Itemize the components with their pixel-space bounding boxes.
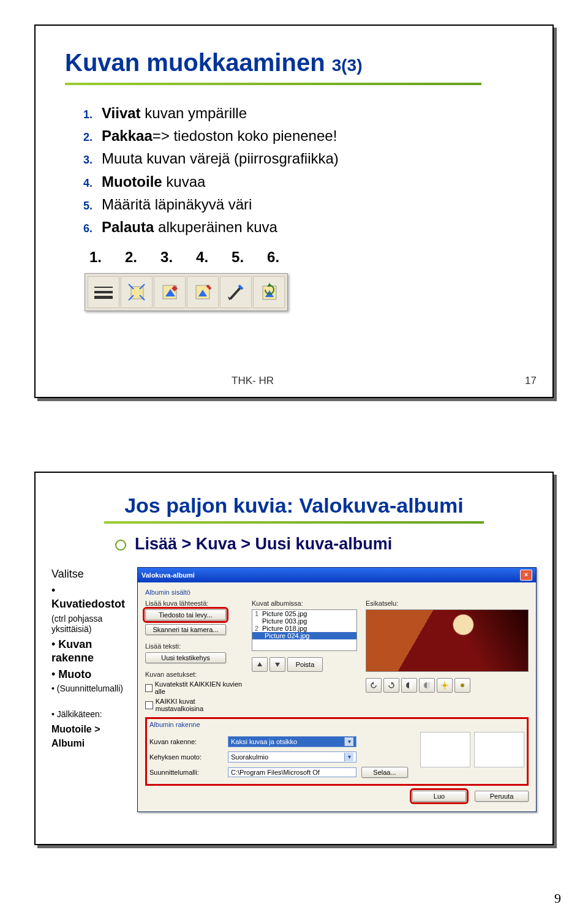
instruction-column: Valitse • Kuvatiedostot (ctrl pohjassa y… bbox=[51, 567, 130, 812]
create-button[interactable]: Luo bbox=[412, 791, 466, 802]
title2-underline bbox=[104, 521, 484, 524]
contrast-down-icon bbox=[423, 682, 431, 689]
num-1: 1. bbox=[89, 249, 102, 266]
step-4: Muotoile kuvaa bbox=[83, 172, 526, 191]
reorder-row: Poista bbox=[252, 657, 357, 672]
step-5-rest: Määritä läpinäkyvä väri bbox=[102, 196, 252, 213]
slide1-title: Kuvan muokkaaminen 3(3) bbox=[65, 49, 526, 77]
step-6-rest: alkuperäinen kuva bbox=[154, 219, 277, 235]
rakenne-bold: rakenne bbox=[51, 652, 94, 664]
num-2: 2. bbox=[125, 249, 137, 266]
browse-button[interactable]: Selaa... bbox=[361, 767, 408, 778]
reset-button[interactable] bbox=[253, 276, 285, 308]
rotate-left-button[interactable] bbox=[366, 678, 382, 693]
layout-thumbnails bbox=[420, 732, 524, 782]
picture-toolbar bbox=[85, 273, 288, 311]
step-4-bold: Muotoile bbox=[102, 173, 162, 190]
label-ctrl-note: (ctrl pohjassa yksittäisiä) bbox=[51, 614, 130, 635]
svg-rect-20 bbox=[427, 682, 430, 688]
label-muoto: • Muoto bbox=[51, 668, 130, 682]
jalki-text: Jälkikäteen: bbox=[57, 709, 102, 719]
line-style-button[interactable] bbox=[88, 276, 119, 308]
chevron-down-icon: ▾ bbox=[344, 753, 353, 761]
title-small: 3(3) bbox=[332, 56, 363, 75]
svg-rect-0 bbox=[94, 287, 113, 288]
brightness-up-icon bbox=[441, 682, 448, 689]
checkbox-captions[interactable]: Kuvatekstit KAIKKIEN kuvien alle bbox=[145, 680, 243, 695]
transparent-color-button[interactable] bbox=[220, 276, 252, 308]
compress-button[interactable] bbox=[121, 276, 153, 308]
step-2-rest: => tiedoston koko pienenee! bbox=[153, 127, 337, 144]
checkbox-icon bbox=[145, 701, 153, 709]
bullet-circle-icon bbox=[115, 540, 126, 551]
rotate-left-icon bbox=[370, 682, 377, 689]
rotate-right-icon bbox=[388, 682, 395, 689]
slide2-title: Jos paljon kuvia: Valokuva-albumi bbox=[48, 494, 540, 518]
lines-icon bbox=[93, 285, 114, 299]
num-3: 3. bbox=[160, 249, 173, 266]
move-down-button[interactable] bbox=[270, 657, 285, 672]
arrow-up-icon bbox=[257, 661, 263, 668]
recolor-button[interactable] bbox=[154, 276, 186, 308]
label-valitse: Valitse bbox=[51, 567, 130, 581]
format-button[interactable] bbox=[187, 276, 219, 308]
svg-rect-18 bbox=[409, 682, 412, 688]
new-textbox-button[interactable]: Uusi tekstikehys bbox=[145, 652, 226, 663]
layout-select[interactable]: Kaksi kuvaa ja otsikko▾ bbox=[228, 736, 356, 747]
svg-point-21 bbox=[443, 683, 447, 687]
preview-pane bbox=[366, 609, 529, 672]
label-kuvatiedostot: • Kuvatiedostot bbox=[51, 584, 130, 611]
checkbox-bw[interactable]: KAIKKI kuvat mustavalkoisina bbox=[145, 698, 243, 712]
brightness-up-button[interactable] bbox=[437, 678, 453, 693]
svg-marker-13 bbox=[257, 662, 262, 666]
step-6: Palauta alkuperäinen kuva bbox=[83, 217, 526, 236]
dialog-titlebar[interactable]: Valokuva-albumi × bbox=[138, 568, 536, 582]
steps-list: Viivat kuvan ympärille Pakkaa=> tiedosto… bbox=[83, 104, 526, 236]
chk2-label: KAIKKI kuvat mustavalkoisina bbox=[156, 698, 243, 712]
file-or-disk-button[interactable]: Tiedosto tai levy... bbox=[145, 609, 226, 620]
title-main: Kuvan muokkaaminen bbox=[65, 49, 332, 76]
svg-rect-1 bbox=[94, 291, 113, 293]
remove-button[interactable]: Poista bbox=[287, 657, 323, 672]
contrast-down-button[interactable] bbox=[419, 678, 435, 693]
label-suunnittelu: • (Suunnittelumalli) bbox=[51, 683, 130, 695]
label-muotoile-albumi: Muotoile > Albumi bbox=[51, 722, 130, 750]
template-input[interactable]: C:\Program Files\Microsoft Of bbox=[228, 767, 356, 777]
cancel-button[interactable]: Peruuta bbox=[475, 791, 529, 802]
album-listbox[interactable]: 1Picture 025.jpg Picture 003.jpg 2Pictur… bbox=[252, 609, 357, 651]
label-jalki: • Jälkikäteen: bbox=[51, 709, 130, 720]
frame-select[interactable]: Suorakulmio▾ bbox=[228, 751, 356, 762]
muotoile-albumi-bold: Muotoile > Albumi bbox=[51, 724, 100, 748]
step-5: Määritä läpinäkyvä väri bbox=[83, 195, 526, 214]
label-add-from: Lisää kuva lähteestä: bbox=[145, 600, 243, 607]
title-underline bbox=[65, 83, 481, 85]
rotate-right-button[interactable] bbox=[383, 678, 399, 693]
list-item-selected[interactable]: Picture 024.jpg bbox=[252, 632, 356, 639]
wand-icon bbox=[225, 282, 246, 303]
footer-right: 17 bbox=[525, 375, 537, 387]
num-5: 5. bbox=[232, 249, 244, 266]
list-item-label: Picture 024.jpg bbox=[265, 632, 309, 639]
group-album-structure: Albumin rakenne bbox=[149, 721, 524, 728]
list-item[interactable]: 2Picture 018.jpg bbox=[252, 625, 356, 632]
footer-left: THK- HR bbox=[232, 375, 274, 387]
chk1-label: Kuvatekstit KAIKKIEN kuvien alle bbox=[155, 680, 243, 695]
preview-photo bbox=[366, 610, 528, 671]
num-4: 4. bbox=[196, 249, 208, 266]
list-item[interactable]: 1Picture 025.jpg bbox=[252, 610, 356, 617]
contrast-up-button[interactable] bbox=[401, 678, 417, 693]
close-icon[interactable]: × bbox=[520, 570, 532, 581]
step-6-bold: Palauta bbox=[102, 219, 154, 235]
brightness-down-button[interactable] bbox=[454, 678, 470, 693]
layout-thumb bbox=[474, 732, 524, 767]
label-preview: Esikatselu: bbox=[366, 600, 529, 607]
step-1: Viivat kuvan ympärille bbox=[83, 104, 526, 122]
label-frame: Kehyksen muoto: bbox=[149, 753, 223, 761]
scanner-button[interactable]: Skanneri tai kamera... bbox=[145, 624, 226, 635]
list-item-label: Picture 025.jpg bbox=[262, 610, 307, 617]
list-item[interactable]: Picture 003.jpg bbox=[252, 617, 356, 625]
recolor-icon bbox=[159, 282, 180, 303]
move-up-button[interactable] bbox=[252, 657, 268, 672]
list-item-label: Picture 018.jpg bbox=[262, 625, 307, 632]
list-item-label: Picture 003.jpg bbox=[262, 617, 307, 625]
